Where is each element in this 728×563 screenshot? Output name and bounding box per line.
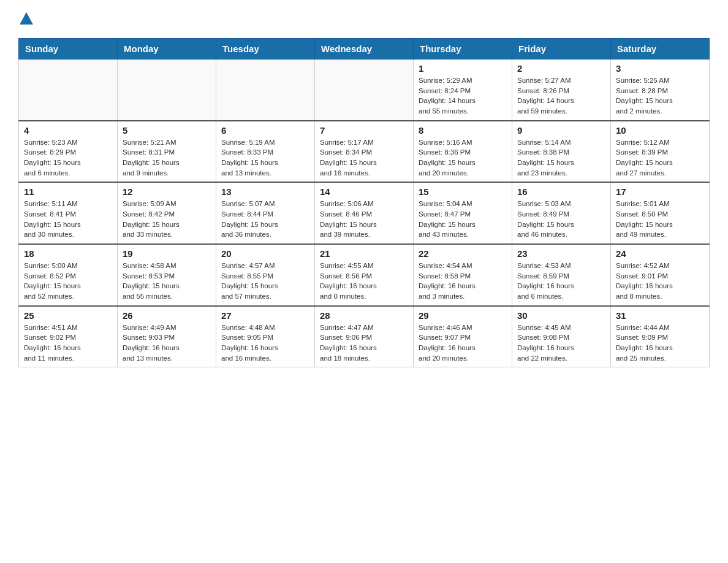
header-tuesday: Tuesday — [216, 39, 315, 59]
day-number: 7 — [320, 125, 408, 136]
calendar-cell: 5Sunrise: 5:21 AM Sunset: 8:31 PM Daylig… — [118, 121, 216, 183]
calendar-cell: 3Sunrise: 5:25 AM Sunset: 8:28 PM Daylig… — [611, 59, 710, 121]
day-info: Sunrise: 4:52 AM Sunset: 9:01 PM Dayligh… — [616, 261, 704, 302]
day-number: 26 — [123, 310, 211, 321]
calendar-cell — [315, 59, 414, 121]
calendar-week-row: 4Sunrise: 5:23 AM Sunset: 8:29 PM Daylig… — [19, 121, 710, 183]
calendar-cell: 7Sunrise: 5:17 AM Sunset: 8:34 PM Daylig… — [315, 121, 414, 183]
calendar-cell: 19Sunrise: 4:58 AM Sunset: 8:53 PM Dayli… — [118, 244, 216, 306]
header-sunday: Sunday — [19, 39, 118, 59]
day-number: 9 — [517, 125, 605, 136]
day-info: Sunrise: 5:17 AM Sunset: 8:34 PM Dayligh… — [320, 137, 408, 178]
calendar-cell — [216, 59, 315, 121]
page-header — [18, 12, 710, 26]
calendar-cell: 30Sunrise: 4:45 AM Sunset: 9:08 PM Dayli… — [512, 306, 611, 367]
calendar-cell: 11Sunrise: 5:11 AM Sunset: 8:41 PM Dayli… — [19, 182, 118, 244]
day-info: Sunrise: 4:44 AM Sunset: 9:09 PM Dayligh… — [616, 323, 704, 364]
day-number: 15 — [419, 186, 507, 197]
calendar-header-row: SundayMondayTuesdayWednesdayThursdayFrid… — [19, 39, 710, 59]
day-number: 18 — [24, 248, 112, 259]
day-info: Sunrise: 5:00 AM Sunset: 8:52 PM Dayligh… — [24, 261, 112, 302]
calendar-cell: 9Sunrise: 5:14 AM Sunset: 8:38 PM Daylig… — [512, 121, 611, 183]
calendar-cell: 31Sunrise: 4:44 AM Sunset: 9:09 PM Dayli… — [611, 306, 710, 367]
calendar-week-row: 25Sunrise: 4:51 AM Sunset: 9:02 PM Dayli… — [19, 306, 710, 367]
calendar-cell: 20Sunrise: 4:57 AM Sunset: 8:55 PM Dayli… — [216, 244, 315, 306]
day-info: Sunrise: 4:54 AM Sunset: 8:58 PM Dayligh… — [419, 261, 507, 302]
day-number: 24 — [616, 248, 704, 259]
day-info: Sunrise: 5:25 AM Sunset: 8:28 PM Dayligh… — [616, 75, 704, 117]
day-number: 16 — [517, 186, 605, 197]
logo — [18, 12, 34, 26]
day-number: 10 — [616, 125, 704, 136]
day-number: 29 — [419, 310, 507, 321]
day-number: 21 — [320, 248, 408, 259]
day-info: Sunrise: 4:53 AM Sunset: 8:59 PM Dayligh… — [517, 261, 605, 302]
day-info: Sunrise: 5:11 AM Sunset: 8:41 PM Dayligh… — [24, 199, 112, 240]
calendar-week-row: 18Sunrise: 5:00 AM Sunset: 8:52 PM Dayli… — [19, 244, 710, 306]
day-info: Sunrise: 4:48 AM Sunset: 9:05 PM Dayligh… — [221, 323, 309, 364]
day-number: 1 — [419, 63, 507, 74]
calendar-cell: 24Sunrise: 4:52 AM Sunset: 9:01 PM Dayli… — [611, 244, 710, 306]
calendar-cell: 8Sunrise: 5:16 AM Sunset: 8:36 PM Daylig… — [414, 121, 512, 183]
day-info: Sunrise: 4:58 AM Sunset: 8:53 PM Dayligh… — [123, 261, 211, 302]
calendar-cell: 2Sunrise: 5:27 AM Sunset: 8:26 PM Daylig… — [512, 59, 611, 121]
calendar-cell: 29Sunrise: 4:46 AM Sunset: 9:07 PM Dayli… — [414, 306, 512, 367]
day-number: 4 — [24, 125, 112, 136]
day-info: Sunrise: 5:06 AM Sunset: 8:46 PM Dayligh… — [320, 199, 408, 240]
calendar-table: SundayMondayTuesdayWednesdayThursdayFrid… — [18, 38, 710, 367]
calendar-cell: 17Sunrise: 5:01 AM Sunset: 8:50 PM Dayli… — [611, 182, 710, 244]
day-number: 14 — [320, 186, 408, 197]
day-number: 27 — [221, 310, 309, 321]
calendar-cell: 15Sunrise: 5:04 AM Sunset: 8:47 PM Dayli… — [414, 182, 512, 244]
calendar-cell: 13Sunrise: 5:07 AM Sunset: 8:44 PM Dayli… — [216, 182, 315, 244]
header-thursday: Thursday — [414, 39, 512, 59]
day-info: Sunrise: 4:47 AM Sunset: 9:06 PM Dayligh… — [320, 323, 408, 364]
day-number: 17 — [616, 186, 704, 197]
day-info: Sunrise: 4:55 AM Sunset: 8:56 PM Dayligh… — [320, 261, 408, 302]
day-info: Sunrise: 5:14 AM Sunset: 8:38 PM Dayligh… — [517, 137, 605, 178]
calendar-cell: 25Sunrise: 4:51 AM Sunset: 9:02 PM Dayli… — [19, 306, 118, 367]
calendar-cell: 12Sunrise: 5:09 AM Sunset: 8:42 PM Dayli… — [118, 182, 216, 244]
day-number: 8 — [419, 125, 507, 136]
calendar-week-row: 1Sunrise: 5:29 AM Sunset: 8:24 PM Daylig… — [19, 59, 710, 121]
day-info: Sunrise: 4:51 AM Sunset: 9:02 PM Dayligh… — [24, 323, 112, 364]
day-info: Sunrise: 5:04 AM Sunset: 8:47 PM Dayligh… — [419, 199, 507, 240]
calendar-cell: 1Sunrise: 5:29 AM Sunset: 8:24 PM Daylig… — [414, 59, 512, 121]
day-number: 25 — [24, 310, 112, 321]
day-info: Sunrise: 5:27 AM Sunset: 8:26 PM Dayligh… — [517, 75, 605, 117]
day-info: Sunrise: 5:21 AM Sunset: 8:31 PM Dayligh… — [123, 137, 211, 178]
day-number: 11 — [24, 186, 112, 197]
day-info: Sunrise: 5:09 AM Sunset: 8:42 PM Dayligh… — [123, 199, 211, 240]
calendar-cell: 18Sunrise: 5:00 AM Sunset: 8:52 PM Dayli… — [19, 244, 118, 306]
day-number: 30 — [517, 310, 605, 321]
day-info: Sunrise: 5:12 AM Sunset: 8:39 PM Dayligh… — [616, 137, 704, 178]
day-number: 6 — [221, 125, 309, 136]
day-number: 2 — [517, 63, 605, 74]
day-number: 5 — [123, 125, 211, 136]
day-info: Sunrise: 4:49 AM Sunset: 9:03 PM Dayligh… — [123, 323, 211, 364]
calendar-cell — [118, 59, 216, 121]
logo-triangle-icon — [20, 12, 33, 25]
day-number: 22 — [419, 248, 507, 259]
day-info: Sunrise: 5:03 AM Sunset: 8:49 PM Dayligh… — [517, 199, 605, 240]
header-friday: Friday — [512, 39, 611, 59]
calendar-cell: 23Sunrise: 4:53 AM Sunset: 8:59 PM Dayli… — [512, 244, 611, 306]
day-number: 20 — [221, 248, 309, 259]
day-number: 28 — [320, 310, 408, 321]
calendar-cell: 27Sunrise: 4:48 AM Sunset: 9:05 PM Dayli… — [216, 306, 315, 367]
day-info: Sunrise: 4:57 AM Sunset: 8:55 PM Dayligh… — [221, 261, 309, 302]
day-number: 31 — [616, 310, 704, 321]
day-number: 23 — [517, 248, 605, 259]
header-wednesday: Wednesday — [315, 39, 414, 59]
calendar-week-row: 11Sunrise: 5:11 AM Sunset: 8:41 PM Dayli… — [19, 182, 710, 244]
day-number: 12 — [123, 186, 211, 197]
header-saturday: Saturday — [611, 39, 710, 59]
day-info: Sunrise: 5:19 AM Sunset: 8:33 PM Dayligh… — [221, 137, 309, 178]
day-info: Sunrise: 4:46 AM Sunset: 9:07 PM Dayligh… — [419, 323, 507, 364]
calendar-cell: 4Sunrise: 5:23 AM Sunset: 8:29 PM Daylig… — [19, 121, 118, 183]
day-info: Sunrise: 5:23 AM Sunset: 8:29 PM Dayligh… — [24, 137, 112, 178]
day-number: 19 — [123, 248, 211, 259]
calendar-cell — [19, 59, 118, 121]
calendar-cell: 21Sunrise: 4:55 AM Sunset: 8:56 PM Dayli… — [315, 244, 414, 306]
day-info: Sunrise: 5:29 AM Sunset: 8:24 PM Dayligh… — [419, 75, 507, 117]
